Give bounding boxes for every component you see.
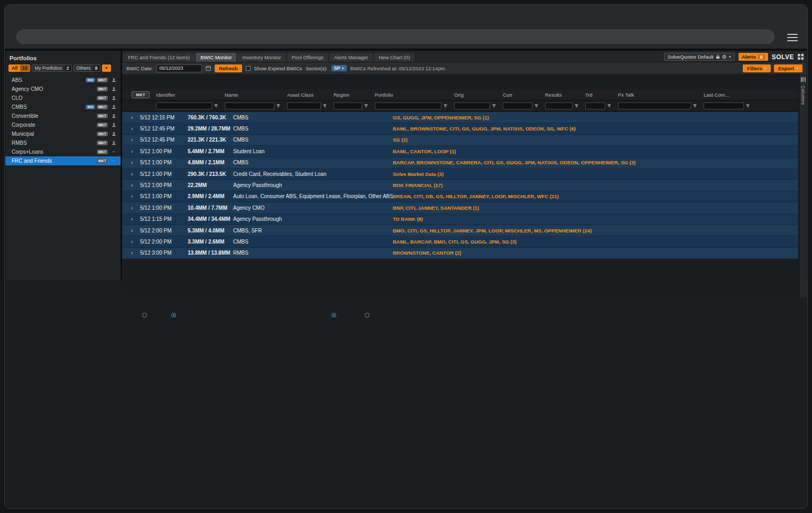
tab-inventory-monitor[interactable]: Inventory Monitor	[237, 53, 285, 62]
bwic-filter-input-name[interactable]	[225, 102, 274, 109]
expand-chevron-icon[interactable]: ›	[122, 137, 140, 143]
portfolio-item-clo[interactable]: CLOMKT	[5, 94, 121, 102]
bwic-filter-input-results[interactable]	[545, 102, 573, 109]
sector-selector[interactable]: SP ▾	[331, 65, 347, 71]
portfolio-chip-all[interactable]: All10	[8, 64, 30, 72]
remove-minus-icon[interactable]: −	[110, 158, 117, 164]
portfolio-item-convertible[interactable]: ConvertibleMKT	[5, 111, 121, 120]
bwic-filter-input-last-com[interactable]	[704, 102, 744, 109]
bwic-filter-input-trd[interactable]	[585, 102, 605, 109]
expand-chevron-icon[interactable]: ›	[122, 160, 140, 165]
expand-chevron-icon[interactable]: ›	[122, 216, 140, 222]
bwic-filter-input-portfolio[interactable]	[375, 102, 441, 109]
bwic-col-header-curr[interactable]: Curr	[500, 92, 542, 98]
bwic-filter-input-px-talk[interactable]	[618, 102, 691, 109]
filter-funnel-icon[interactable]	[443, 104, 448, 108]
portfolio-item-frc-and-friends[interactable]: FRC and FriendsMKT−	[5, 156, 121, 165]
portfolio-item-agency-cmo[interactable]: Agency CMOMKT	[5, 85, 121, 94]
filter-funnel-icon[interactable]	[276, 104, 281, 108]
bwic-filter-input-asset-class[interactable]	[287, 102, 321, 109]
tab-frc-and-friends-12-items[interactable]: FRC and Friends (12 items)	[123, 53, 195, 62]
share-person-icon[interactable]	[110, 78, 117, 82]
bwic-row[interactable]: ›5/12 2:00 PM3.3MM / 2.6MMCMBSBAML, BARC…	[122, 236, 798, 247]
share-person-icon[interactable]	[110, 114, 117, 118]
bwic-col-header-px-talk[interactable]: Px Talk	[615, 92, 700, 98]
solvequotes-selector[interactable]: SolveQuotes Default ⚙ ▾	[664, 53, 735, 61]
portfolio-item-abs[interactable]: ABSBWMKT	[5, 76, 121, 85]
expand-chevron-icon[interactable]: ›	[122, 115, 140, 120]
bwic-row[interactable]: ›5/12 12:45 PM29.2MM / 28.7MMCMBSBAML, B…	[122, 123, 798, 134]
bwic-col-header-region[interactable]: Region	[330, 92, 372, 98]
bwic-col-header-asset-class[interactable]: Asset Class	[284, 92, 330, 98]
bwic-col-header-portfolio[interactable]: Portfolio	[372, 92, 451, 98]
remove-minus-icon[interactable]: −	[110, 149, 117, 155]
bwic-row[interactable]: ›5/12 12:45 PM221.3K / 221.3KCMBSSG (2)	[122, 135, 798, 146]
bwic-filter-input-orig[interactable]	[454, 102, 490, 109]
expand-chevron-icon[interactable]: ›	[122, 126, 140, 132]
mkt-button[interactable]: MKT	[132, 91, 150, 98]
portfolio-item-rmbs[interactable]: RMBSMKT	[5, 138, 121, 147]
share-person-icon[interactable]	[110, 87, 117, 91]
bwic-col-header-orig[interactable]: Orig	[451, 92, 500, 98]
bwic-row[interactable]: ›5/12 1:00 PM2.9MM / 2.4MMAuto Loan, Con…	[122, 191, 798, 202]
expand-chevron-icon[interactable]: ›	[122, 250, 140, 256]
filter-funnel-icon[interactable]	[322, 104, 327, 108]
export-button[interactable]: Export▾	[774, 64, 802, 72]
bwic-row[interactable]: ›5/12 1:00 PM290.3K / 213.5KCredit Card,…	[122, 169, 798, 180]
tab-bwic-monitor[interactable]: BWIC Monitor	[196, 53, 236, 62]
bwic-row[interactable]: ›5/12 1:00 PM22.2MMAgency PassthroughBOK…	[122, 180, 798, 191]
portfolio-item-municipal[interactable]: MunicipalMKT	[5, 129, 121, 138]
bwic-filter-input-identifier[interactable]	[156, 102, 212, 109]
portfolio-item-cmbs[interactable]: CMBSBWMKT	[5, 102, 121, 111]
bwic-filter-input-region[interactable]	[334, 102, 362, 109]
bwic-col-header-identifier[interactable]: Identifier	[153, 92, 222, 98]
bwic-date-input[interactable]	[156, 64, 202, 72]
tab-alerts-manager[interactable]: Alerts Manager	[329, 53, 373, 62]
expand-chevron-icon[interactable]: ›	[122, 148, 140, 154]
columns-strip[interactable]: Columns	[799, 74, 807, 298]
expand-chevron-icon[interactable]: ›	[122, 239, 140, 245]
bwic-row[interactable]: ›5/12 1:15 PM34.4MM / 34.4MMAgency Passt…	[122, 214, 798, 225]
calendar-icon[interactable]	[206, 66, 211, 71]
bwic-col-header-results[interactable]: Results	[542, 92, 582, 98]
expand-chevron-icon[interactable]: ›	[122, 171, 140, 177]
address-bar[interactable]	[16, 30, 774, 44]
bwic-col-header-name[interactable]: Name	[222, 92, 284, 98]
portfolio-chip-others[interactable]: Others8	[73, 64, 100, 72]
share-person-icon[interactable]	[110, 96, 117, 100]
bwic-col-header-last-com[interactable]: Last Com...	[700, 92, 753, 98]
bwic-row[interactable]: ›5/12 12:15 PM760.3K / 760.3KCMBSGS, GUG…	[122, 112, 798, 123]
expand-chevron-icon[interactable]: ›	[122, 193, 140, 199]
expand-chevron-icon[interactable]: ›	[122, 182, 140, 188]
show-expired-checkbox[interactable]	[246, 66, 251, 71]
filter-funnel-icon[interactable]	[492, 104, 496, 108]
filters-button[interactable]: Filters▾	[743, 64, 771, 72]
portfolio-item-corps-loans[interactable]: Corps+LoansMKT−	[5, 147, 121, 156]
bwic-row[interactable]: ›5/12 1:00 PM10.4MM / 7.7MMAgency CMOBNP…	[122, 202, 798, 213]
share-person-icon[interactable]	[110, 105, 117, 109]
bwic-row[interactable]: ›5/12 1:00 PM5.4MM / 2.7MMStudent LoanBA…	[122, 146, 798, 157]
filter-funnel-icon[interactable]	[534, 104, 539, 108]
apps-grid-icon[interactable]	[798, 54, 804, 60]
portfolio-item-corporate[interactable]: CorporateMKT	[5, 120, 121, 129]
bwic-col-header-trd[interactable]: Trd	[582, 92, 615, 98]
bwic-row[interactable]: ›5/12 3:00 PM13.8MM / 13.8MMRMBSBROWNSTO…	[122, 248, 798, 259]
tab-new-chart-0[interactable]: New Chart (0)	[374, 53, 414, 62]
tab-pool-offerings[interactable]: Pool Offerings	[287, 53, 328, 62]
refresh-button[interactable]: Refresh	[215, 64, 242, 72]
filter-funnel-icon[interactable]	[745, 104, 750, 108]
gear-icon[interactable]: ⚙	[722, 54, 727, 60]
bwic-filter-input-curr[interactable]	[503, 102, 532, 109]
bwic-row[interactable]: ›5/12 1:00 PM4.8MM / 2.1MMCMBSBARCAP, BR…	[122, 157, 798, 169]
alerts-button[interactable]: Alerts 0	[739, 53, 768, 61]
portfolio-chip-my-portfolios[interactable]: My Portfolios2	[32, 64, 72, 72]
filter-funnel-icon[interactable]	[214, 104, 218, 108]
share-person-icon[interactable]	[110, 123, 117, 127]
expand-chevron-icon[interactable]: ›	[122, 205, 140, 211]
expand-chevron-icon[interactable]: ›	[122, 228, 140, 234]
share-person-icon[interactable]	[110, 132, 117, 136]
filter-funnel-icon[interactable]	[574, 104, 579, 108]
hamburger-menu-icon[interactable]	[787, 34, 798, 41]
add-portfolio-button[interactable]: +	[102, 64, 111, 72]
filter-funnel-icon[interactable]	[607, 104, 612, 108]
